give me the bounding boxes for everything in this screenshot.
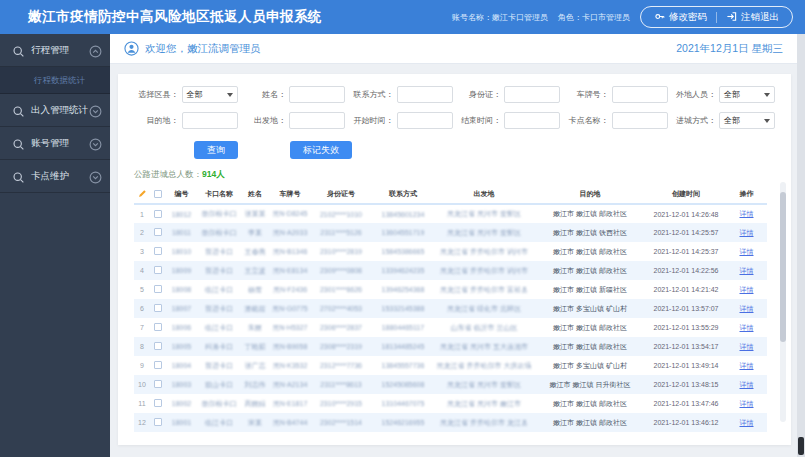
contact-input[interactable] xyxy=(397,86,453,103)
table-row: 12 18001 临江卡口 宋某 黑N·B4744 2302****1514 1… xyxy=(134,413,767,432)
destination-input[interactable] xyxy=(182,112,238,129)
row-number: 6 xyxy=(134,299,150,318)
detail-link[interactable]: 详情 xyxy=(740,419,754,426)
cell-phone: 13604551719 xyxy=(372,223,434,242)
change-password-button[interactable]: 修改密码 xyxy=(645,11,716,24)
detail-link[interactable]: 详情 xyxy=(740,210,754,217)
detail-link[interactable]: 详情 xyxy=(740,343,754,350)
detail-link[interactable]: 详情 xyxy=(740,324,754,331)
table-scrollbar[interactable] xyxy=(780,182,786,422)
cell-name: 张广志 xyxy=(240,356,270,375)
sidebar-subitem-trip-data-stats[interactable]: 行程数据统计 xyxy=(0,67,110,93)
cell-plate: 黑N·B9058 xyxy=(270,337,310,356)
cell-destination: 嫩江市 嫩江镇 邮政社区 xyxy=(534,242,646,261)
cell-idcard: 2312****7736 xyxy=(310,356,372,375)
detail-link[interactable]: 详情 xyxy=(740,362,754,369)
detail-link[interactable]: 详情 xyxy=(740,229,754,236)
table-header-row: 编号 卡口名称 姓名 车牌号 身份证号 联系方式 出发地 目的地 创建时间 操作 xyxy=(134,185,767,204)
row-checkbox[interactable] xyxy=(154,361,162,369)
start-time-input[interactable] xyxy=(397,112,453,129)
cell-origin: 黑龙江省 黑河市 爱辉区 xyxy=(434,204,534,223)
end-time-input[interactable] xyxy=(504,112,560,129)
cell-destination: 嫩江市 嫩江镇 邮政社区 xyxy=(534,413,646,432)
row-number: 3 xyxy=(134,242,150,261)
row-number: 10 xyxy=(134,375,150,394)
detail-link[interactable]: 详情 xyxy=(740,248,754,255)
sidebar-item-checkpoint-maintenance[interactable]: 卡点维护 xyxy=(0,160,110,193)
table-scrollbar-thumb[interactable] xyxy=(780,192,786,342)
row-checkbox[interactable] xyxy=(154,304,162,312)
filter-field-destination: 目的地： xyxy=(134,112,238,129)
origin-input[interactable] xyxy=(289,112,345,129)
table-body: 1 18012 墨尔根卡口 张某某 黑N·D8245 2102****1010 … xyxy=(134,204,767,432)
row-checkbox[interactable] xyxy=(154,247,162,255)
row-checkbox[interactable] xyxy=(154,323,162,331)
row-checkbox[interactable] xyxy=(154,210,162,218)
detail-link[interactable]: 详情 xyxy=(740,381,754,388)
detail-link[interactable]: 详情 xyxy=(740,400,754,407)
cell-name: 高丽娟 xyxy=(240,394,270,413)
cell-destination: 嫩江市 嫩江镇 日升街社区 xyxy=(534,375,646,394)
user-avatar-icon xyxy=(124,41,139,56)
query-button[interactable]: 查询 xyxy=(194,141,238,159)
cell-idcard: 2302****1514 xyxy=(310,413,372,432)
filter-field-idcard: 身份证： xyxy=(457,86,561,103)
nonlocal-select[interactable]: 全部 xyxy=(719,86,775,103)
table-row: 5 18008 临江卡口 杨雪 黑N·F2436 2301****6626 13… xyxy=(134,280,767,299)
action-buttons: 查询 标记失效 xyxy=(134,141,775,159)
row-checkbox[interactable] xyxy=(154,285,162,293)
detail-link[interactable]: 详情 xyxy=(740,305,754,312)
cell-idcard: 2309****0808 xyxy=(310,261,372,280)
filter-field-name: 姓名： xyxy=(242,86,346,103)
row-checkbox[interactable] xyxy=(154,342,162,350)
content-card: 选择区县： 全部 姓名： 联系方式： 身份证： 车牌号： xyxy=(118,74,791,445)
header-right: 账号名称：嫩江卡口管理员 角色：卡口市管理员 修改密码 注销退出 xyxy=(452,6,793,28)
cell-destination: 嫩江市 嫩江镇 新疆社区 xyxy=(534,280,646,299)
entry-method-select[interactable]: 全部 xyxy=(719,112,775,129)
checkpoint-input[interactable] xyxy=(612,112,668,129)
district-select[interactable]: 全部 xyxy=(182,86,238,103)
plate-input[interactable] xyxy=(612,86,668,103)
detail-link[interactable]: 详情 xyxy=(740,286,754,293)
cell-origin: 黑龙江省 齐齐哈尔市 讷河市 xyxy=(434,261,534,280)
sidebar-item-label: 出入管理统计 xyxy=(31,104,89,117)
filter-field-district: 选择区县： 全部 xyxy=(134,86,238,103)
row-checkbox[interactable] xyxy=(154,266,162,274)
row-checkbox[interactable] xyxy=(154,418,162,426)
sidebar-item-entry-exit-stats[interactable]: 出入管理统计 xyxy=(0,94,110,127)
detail-link[interactable]: 详情 xyxy=(740,267,754,274)
sidebar-item-account-management[interactable]: 账号管理 xyxy=(0,127,110,160)
sidebar-item-label: 行程管理 xyxy=(31,44,89,57)
page-scrollbar[interactable] xyxy=(797,34,805,457)
cell-id: 18008 xyxy=(165,280,198,299)
cell-plate: 黑N·B4744 xyxy=(270,413,310,432)
account-role-label: 角色：卡口市管理员 xyxy=(558,12,630,23)
cell-name: 潘晓霞 xyxy=(240,299,270,318)
mark-invalid-button[interactable]: 标记失效 xyxy=(290,141,352,159)
cell-destination: 嫩江市 嫩江镇 邮政社区 xyxy=(534,261,646,280)
cell-idcard: 2308****2319 xyxy=(310,337,372,356)
col-destination: 目的地 xyxy=(534,185,646,204)
sidebar: 行程管理 行程数据统计 出入管理统计 账号管理 xyxy=(0,34,110,457)
row-checkbox[interactable] xyxy=(154,399,162,407)
select-all-checkbox[interactable] xyxy=(154,190,162,198)
logout-button[interactable]: 注销退出 xyxy=(717,11,788,24)
table-row: 4 18009 前进卡口 王立波 黑N·E8134 2309****0808 1… xyxy=(134,261,767,280)
name-input[interactable] xyxy=(289,86,345,103)
chevron-up-icon xyxy=(89,44,102,57)
row-checkbox[interactable] xyxy=(154,380,162,388)
change-password-label: 修改密码 xyxy=(669,11,707,24)
sidebar-item-label: 卡点维护 xyxy=(31,170,89,183)
idcard-input[interactable] xyxy=(504,86,560,103)
cell-id: 18012 xyxy=(165,204,198,223)
header-actions: 修改密码 注销退出 xyxy=(640,6,793,28)
sidebar-item-trip-management[interactable]: 行程管理 xyxy=(0,34,110,67)
filter-field-entry-method: 进城方式： 全部 xyxy=(672,112,776,129)
stats-line: 公路进城总人数：914人 xyxy=(134,169,775,181)
page-scrollbar-thumb[interactable] xyxy=(798,437,804,455)
filter-field-nonlocal: 外地人员： 全部 xyxy=(672,86,776,103)
cell-plate: 黑N·H5327 xyxy=(270,318,310,337)
row-checkbox[interactable] xyxy=(154,228,162,236)
cell-name: 丁艳茹 xyxy=(240,337,270,356)
cell-created-time: 2021-12-01 13:46:12 xyxy=(646,413,726,432)
